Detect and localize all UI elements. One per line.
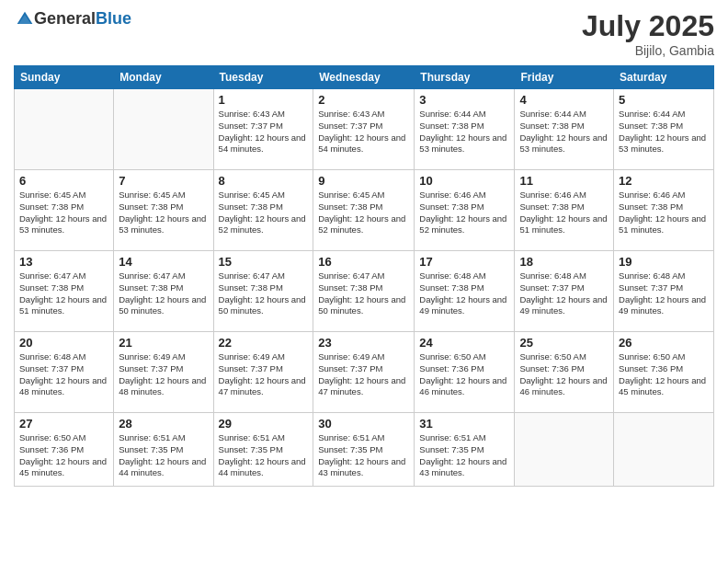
day-number: 6: [19, 174, 108, 188]
day-info: Sunrise: 6:49 AM Sunset: 7:37 PM Dayligh…: [119, 351, 208, 398]
location: Bijilo, Gambia: [582, 43, 714, 58]
day-number: 24: [419, 336, 509, 350]
day-number: 12: [619, 174, 709, 188]
day-number: 8: [219, 174, 309, 188]
day-info: Sunrise: 6:48 AM Sunset: 7:37 PM Dayligh…: [519, 270, 609, 317]
logo-general: General: [34, 9, 96, 29]
day-info: Sunrise: 6:51 AM Sunset: 7:35 PM Dayligh…: [419, 432, 509, 479]
table-row: 28Sunrise: 6:51 AM Sunset: 7:35 PM Dayli…: [114, 413, 213, 487]
table-row: 12Sunrise: 6:46 AM Sunset: 7:38 PM Dayli…: [614, 170, 714, 251]
table-row: 16Sunrise: 6:47 AM Sunset: 7:38 PM Dayli…: [313, 251, 415, 332]
day-info: Sunrise: 6:51 AM Sunset: 7:35 PM Dayligh…: [219, 432, 309, 479]
table-row: 10Sunrise: 6:46 AM Sunset: 7:38 PM Dayli…: [415, 170, 515, 251]
table-row: [114, 89, 213, 170]
col-tuesday: Tuesday: [213, 66, 313, 89]
day-info: Sunrise: 6:47 AM Sunset: 7:38 PM Dayligh…: [219, 270, 309, 317]
day-number: 26: [619, 336, 709, 350]
table-row: 20Sunrise: 6:48 AM Sunset: 7:37 PM Dayli…: [15, 332, 114, 413]
day-number: 2: [318, 93, 409, 107]
day-info: Sunrise: 6:48 AM Sunset: 7:38 PM Dayligh…: [419, 270, 509, 317]
calendar-week-2: 6Sunrise: 6:45 AM Sunset: 7:38 PM Daylig…: [15, 170, 714, 251]
col-friday: Friday: [515, 66, 614, 89]
day-number: 31: [419, 417, 509, 431]
day-number: 18: [519, 255, 609, 269]
day-info: Sunrise: 6:50 AM Sunset: 7:36 PM Dayligh…: [419, 351, 509, 398]
table-row: 29Sunrise: 6:51 AM Sunset: 7:35 PM Dayli…: [213, 413, 313, 487]
table-row: 1Sunrise: 6:43 AM Sunset: 7:37 PM Daylig…: [213, 89, 313, 170]
header: GeneralBlue July 2025 Bijilo, Gambia: [14, 9, 714, 58]
table-row: 23Sunrise: 6:49 AM Sunset: 7:37 PM Dayli…: [313, 332, 415, 413]
day-info: Sunrise: 6:45 AM Sunset: 7:38 PM Dayligh…: [219, 190, 309, 236]
title-block: July 2025 Bijilo, Gambia: [582, 9, 714, 58]
table-row: 18Sunrise: 6:48 AM Sunset: 7:37 PM Dayli…: [515, 251, 614, 332]
day-number: 17: [419, 255, 509, 269]
table-row: 24Sunrise: 6:50 AM Sunset: 7:36 PM Dayli…: [415, 332, 515, 413]
table-row: 9Sunrise: 6:45 AM Sunset: 7:38 PM Daylig…: [313, 170, 415, 251]
calendar-week-4: 20Sunrise: 6:48 AM Sunset: 7:37 PM Dayli…: [15, 332, 714, 413]
table-row: 6Sunrise: 6:45 AM Sunset: 7:38 PM Daylig…: [15, 170, 114, 251]
table-row: 30Sunrise: 6:51 AM Sunset: 7:35 PM Dayli…: [313, 413, 415, 487]
logo-icon: [16, 10, 34, 29]
calendar-table: Sunday Monday Tuesday Wednesday Thursday…: [14, 65, 714, 487]
table-row: 25Sunrise: 6:50 AM Sunset: 7:36 PM Dayli…: [515, 332, 614, 413]
day-info: Sunrise: 6:51 AM Sunset: 7:35 PM Dayligh…: [119, 432, 208, 479]
day-number: 22: [219, 336, 309, 350]
page: GeneralBlue July 2025 Bijilo, Gambia Sun…: [0, 0, 728, 563]
day-number: 11: [519, 174, 609, 188]
day-info: Sunrise: 6:50 AM Sunset: 7:36 PM Dayligh…: [619, 351, 709, 398]
table-row: 4Sunrise: 6:44 AM Sunset: 7:38 PM Daylig…: [515, 89, 614, 170]
day-number: 14: [119, 255, 208, 269]
table-row: 22Sunrise: 6:49 AM Sunset: 7:37 PM Dayli…: [213, 332, 313, 413]
table-row: 2Sunrise: 6:43 AM Sunset: 7:37 PM Daylig…: [313, 89, 415, 170]
day-info: Sunrise: 6:49 AM Sunset: 7:37 PM Dayligh…: [318, 351, 409, 398]
table-row: 5Sunrise: 6:44 AM Sunset: 7:38 PM Daylig…: [614, 89, 714, 170]
day-number: 20: [19, 336, 108, 350]
day-number: 13: [19, 255, 108, 269]
day-number: 19: [619, 255, 709, 269]
table-row: 19Sunrise: 6:48 AM Sunset: 7:37 PM Dayli…: [614, 251, 714, 332]
day-number: 1: [219, 93, 309, 107]
day-info: Sunrise: 6:50 AM Sunset: 7:36 PM Dayligh…: [519, 351, 609, 398]
day-number: 7: [119, 174, 208, 188]
day-number: 4: [519, 93, 609, 107]
day-number: 21: [119, 336, 208, 350]
logo-blue: Blue: [96, 9, 131, 29]
day-info: Sunrise: 6:44 AM Sunset: 7:38 PM Dayligh…: [519, 109, 609, 155]
table-row: 8Sunrise: 6:45 AM Sunset: 7:38 PM Daylig…: [213, 170, 313, 251]
day-info: Sunrise: 6:49 AM Sunset: 7:37 PM Dayligh…: [219, 351, 309, 398]
day-info: Sunrise: 6:45 AM Sunset: 7:38 PM Dayligh…: [19, 190, 108, 236]
day-number: 16: [318, 255, 409, 269]
table-row: [614, 413, 714, 487]
table-row: 26Sunrise: 6:50 AM Sunset: 7:36 PM Dayli…: [614, 332, 714, 413]
day-info: Sunrise: 6:46 AM Sunset: 7:38 PM Dayligh…: [419, 190, 509, 236]
day-info: Sunrise: 6:47 AM Sunset: 7:38 PM Dayligh…: [19, 270, 108, 317]
calendar-week-3: 13Sunrise: 6:47 AM Sunset: 7:38 PM Dayli…: [15, 251, 714, 332]
col-wednesday: Wednesday: [313, 66, 415, 89]
day-number: 29: [219, 417, 309, 431]
day-number: 27: [19, 417, 108, 431]
day-number: 15: [219, 255, 309, 269]
day-info: Sunrise: 6:43 AM Sunset: 7:37 PM Dayligh…: [318, 109, 409, 155]
day-number: 28: [119, 417, 208, 431]
day-info: Sunrise: 6:48 AM Sunset: 7:37 PM Dayligh…: [619, 270, 709, 317]
table-row: 17Sunrise: 6:48 AM Sunset: 7:38 PM Dayli…: [415, 251, 515, 332]
day-number: 9: [318, 174, 409, 188]
calendar-header-row: Sunday Monday Tuesday Wednesday Thursday…: [15, 66, 714, 89]
table-row: 27Sunrise: 6:50 AM Sunset: 7:36 PM Dayli…: [15, 413, 114, 487]
day-number: 30: [318, 417, 409, 431]
day-number: 3: [419, 93, 509, 107]
day-number: 10: [419, 174, 509, 188]
day-info: Sunrise: 6:51 AM Sunset: 7:35 PM Dayligh…: [318, 432, 409, 479]
day-info: Sunrise: 6:44 AM Sunset: 7:38 PM Dayligh…: [419, 109, 509, 155]
table-row: [15, 89, 114, 170]
table-row: 7Sunrise: 6:45 AM Sunset: 7:38 PM Daylig…: [114, 170, 213, 251]
col-sunday: Sunday: [15, 66, 114, 89]
day-number: 5: [619, 93, 709, 107]
month-year: July 2025: [582, 9, 714, 43]
table-row: 11Sunrise: 6:46 AM Sunset: 7:38 PM Dayli…: [515, 170, 614, 251]
day-info: Sunrise: 6:46 AM Sunset: 7:38 PM Dayligh…: [519, 190, 609, 236]
day-number: 23: [318, 336, 409, 350]
table-row: 14Sunrise: 6:47 AM Sunset: 7:38 PM Dayli…: [114, 251, 213, 332]
day-info: Sunrise: 6:48 AM Sunset: 7:37 PM Dayligh…: [19, 351, 108, 398]
day-number: 25: [519, 336, 609, 350]
